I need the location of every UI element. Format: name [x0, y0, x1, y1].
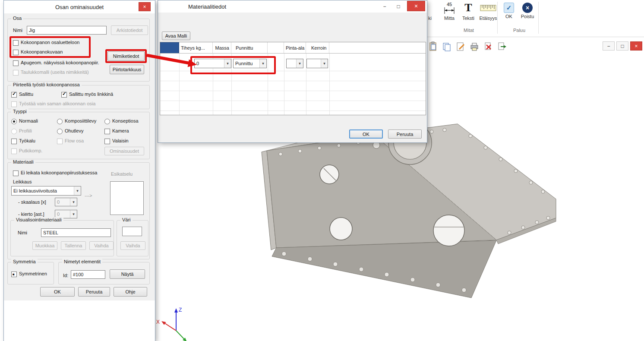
radio-label: Profiili: [19, 128, 32, 133]
kerroin-dropdown[interactable]: ▾: [306, 59, 328, 68]
poistu-button[interactable]: × Poistu: [519, 1, 536, 19]
checkbox-kokoonpanokuvaan[interactable]: Kokoonpanokuvaan: [13, 49, 63, 55]
checkbox-putkikomp: Putkikomp.: [11, 148, 42, 154]
material-close-button[interactable]: ×: [407, 1, 425, 11]
id-input[interactable]: #100: [71, 270, 105, 279]
group-materiaali-label: Materiaali: [11, 159, 35, 164]
radio-dot: [57, 129, 63, 134]
checkbox-sallittu[interactable]: ✓ Sallittu: [11, 92, 33, 98]
dimension-45-icon: 45: [443, 1, 456, 15]
viewport-close-button[interactable]: ×: [630, 41, 642, 51]
viewport-window-controls: − □ ×: [603, 41, 642, 51]
nayta-button[interactable]: Näytä: [110, 269, 145, 279]
checkbox-label: Symmetrinen: [19, 271, 47, 276]
material-ok-label: OK: [363, 132, 369, 137]
nimi-input[interactable]: Jig: [27, 26, 107, 35]
dropdown-arrow-icon[interactable]: ▾: [224, 59, 231, 68]
dropdown-arrow-icon[interactable]: ▾: [74, 186, 81, 195]
mitta-button[interactable]: 45 Mitta: [440, 1, 458, 21]
muokkaa-button[interactable]: Muokkaa: [32, 241, 57, 250]
radio-konseptiosa[interactable]: Konseptiosa: [104, 118, 139, 124]
arkistotiedot-button[interactable]: Arkistotiedot: [111, 25, 148, 35]
esikatselu-label: Esikatselu: [111, 171, 133, 177]
header-cell-blank1: [268, 42, 284, 53]
material-minimize-button[interactable]: −: [379, 2, 391, 11]
print-icon[interactable]: [469, 41, 480, 52]
ok-button-ribbon[interactable]: ✓ OK: [501, 1, 517, 19]
material-peruuta-button[interactable]: Peruuta: [388, 129, 422, 139]
tallenna-button[interactable]: Tallenna: [61, 241, 86, 250]
header-cell-kerroin: Kerroin: [306, 42, 329, 53]
radio-ohutlevy[interactable]: Ohutlevy: [57, 128, 83, 134]
group-tyosto: Piirteellä työstö kokoonpanossa ✓ Sallit…: [7, 85, 150, 109]
gridline: [160, 71, 426, 71]
pintaala-dropdown[interactable]: ▾: [286, 59, 303, 68]
piirtotarkkuus-button[interactable]: Piirtotarkkuus: [110, 65, 144, 74]
avaa-malli-button[interactable]: Avaa Malli: [162, 32, 190, 40]
checkbox-sallittu-linkkina[interactable]: ✓ Sallittu myös linkkinä: [61, 92, 113, 98]
part-ohje-button[interactable]: Ohje: [114, 287, 147, 297]
ok-check-icon: ✓: [504, 3, 514, 13]
punnittu-dropdown[interactable]: Punnittu ▾: [233, 59, 267, 68]
color-swatch[interactable]: [122, 227, 142, 236]
export-icon[interactable]: [496, 41, 508, 52]
skaalaus-dropdown: 0 ▾: [55, 198, 77, 206]
gridline: [284, 54, 284, 115]
radio-komposiittilevy[interactable]: Komposiittilevy: [57, 118, 96, 124]
skaalaus-label: - skaalaus [x]: [18, 199, 46, 205]
checkbox-apugeom[interactable]: Apugeom. näkyvissä kokoonpanopiir.: [13, 60, 99, 66]
leikkaus-dropdown[interactable]: Ei leikkausviivoitusta ▾: [11, 186, 81, 196]
checkbox-kamera[interactable]: Kamera: [104, 128, 129, 134]
radio-dot: [11, 129, 17, 134]
dropdown-arrow-icon[interactable]: ▾: [296, 59, 303, 68]
poistu-label: Poistu: [519, 14, 536, 19]
checkbox-label: Kokoonpanon osaluetteloon: [21, 40, 79, 45]
delete-icon[interactable]: [483, 41, 494, 52]
kerroin-value: [307, 59, 321, 68]
vaihda-materiaali-button[interactable]: Vaihda: [89, 241, 114, 250]
checkbox-label: Flow osa: [65, 138, 84, 143]
header-cell-selected[interactable]: [160, 42, 179, 53]
tiheys-dropdown[interactable]: 0 ▾: [194, 59, 231, 68]
checkbox-box: [11, 101, 17, 107]
tallenna-label: Tallenna: [65, 243, 82, 248]
viewport-restore-button[interactable]: □: [616, 41, 628, 51]
header-cell-punnittu: Punnittu: [231, 42, 268, 53]
viewport-toolbar: [427, 41, 508, 53]
header-cell-tiheys: Tiheys kg...: [179, 42, 213, 53]
nimi-value: Jig: [29, 28, 35, 33]
etaisyys-button[interactable]: Etäisyys: [477, 1, 499, 21]
material-maximize-button[interactable]: □: [392, 2, 404, 11]
dropdown-arrow-icon: ▾: [70, 210, 77, 218]
edit-sheet-icon[interactable]: [455, 41, 466, 52]
part-ok-button[interactable]: OK: [40, 287, 75, 297]
checkbox-tyokalu[interactable]: Työkalu: [11, 138, 35, 144]
leikkaus-value: Ei leikkausviivoitusta: [12, 186, 74, 195]
ominaisuudet-button[interactable]: Ominaisuudet: [104, 147, 144, 155]
teksti-button[interactable]: T Teksti: [459, 1, 477, 21]
checkbox-label: Valaisin: [112, 138, 129, 143]
copy-icon[interactable]: [441, 41, 452, 52]
part-dialog-title: Osan ominaisuudet: [55, 4, 104, 10]
radio-normaali[interactable]: Normaali: [11, 118, 38, 124]
part-properties-dialog: Osan ominaisuudet × Osa Nimi Jig Arkisto…: [3, 0, 155, 341]
checkbox-symmetrinen[interactable]: ■ Symmetrinen: [11, 271, 47, 277]
part-dialog-close-button[interactable]: ×: [139, 2, 151, 11]
vaihda-vari-button[interactable]: Vaihda: [120, 241, 145, 250]
avaa-malli-label: Avaa Malli: [165, 33, 187, 38]
material-ok-button[interactable]: OK: [349, 129, 383, 139]
part-dialog-titlebar[interactable]: Osan ominaisuudet: [4, 0, 155, 13]
dropdown-arrow-icon[interactable]: ▾: [259, 59, 266, 68]
visualisointi-nimi-input[interactable]: STEEL: [41, 228, 111, 237]
paste-icon[interactable]: [427, 41, 439, 52]
checkbox-valaisin[interactable]: Valaisin: [104, 138, 129, 144]
group-tyyppi-label: Tyyppi: [11, 109, 28, 114]
part-peruuta-button[interactable]: Peruuta: [78, 287, 110, 297]
viewport-minimize-button[interactable]: −: [603, 41, 615, 51]
checkbox-ei-leikata[interactable]: Ei leikata kokoonpanopiirustuksessa: [13, 170, 97, 176]
nimiketiedot-button[interactable]: Nimiketiedot: [107, 51, 145, 61]
dropdown-arrow-icon[interactable]: ▾: [321, 59, 328, 68]
checkbox-kokoonpanon-osaluetteloon[interactable]: Kokoonpanon osaluetteloon: [13, 40, 79, 46]
checkbox-label: Sallittu myös linkkinä: [69, 92, 113, 97]
radio-dot: [104, 119, 110, 124]
